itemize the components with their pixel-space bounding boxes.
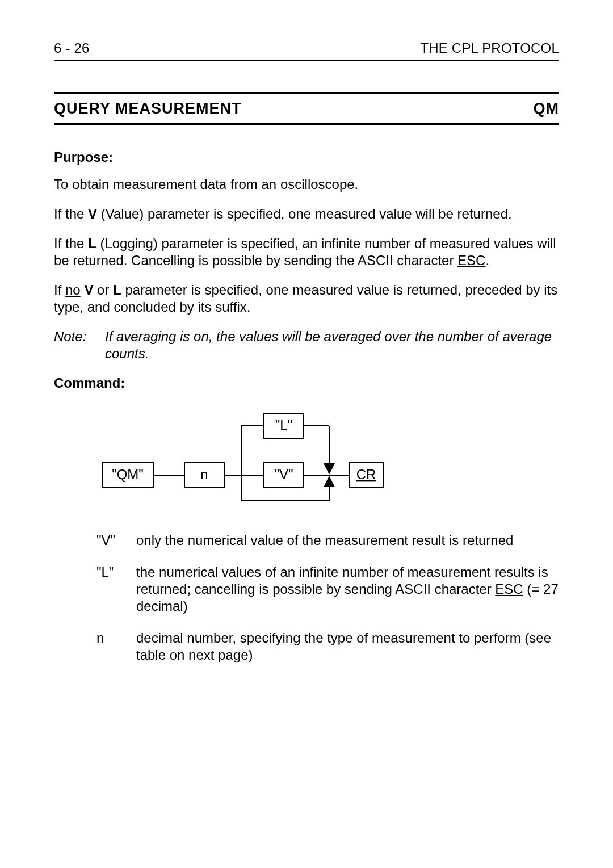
section-title: QUERY MEASUREMENT: [54, 99, 242, 119]
purpose-label: Purpose:: [54, 149, 559, 166]
svg-text:CR: CR: [356, 467, 376, 482]
chapter-title: THE CPL PROTOCOL: [420, 40, 559, 57]
def-key-n: n: [96, 630, 136, 664]
esc-underline: ESC: [457, 253, 485, 268]
page: 6 - 26 THE CPL PROTOCOL QUERY MEASUREMEN…: [0, 0, 613, 664]
text: If: [54, 282, 65, 297]
syntax-diagram: "QM" n "V" CR "L": [96, 403, 559, 509]
note-text: If averaging is on, the values will be a…: [105, 328, 559, 362]
purpose-paragraph-3: If the L (Logging) parameter is specifie…: [54, 235, 559, 269]
svg-text:n: n: [200, 467, 208, 482]
def-text-v: only the numerical value of the measurem…: [136, 532, 559, 549]
page-number: 6 - 26: [54, 40, 90, 57]
purpose-paragraph-1: To obtain measurement data from an oscil…: [54, 176, 559, 193]
def-key-l: "L": [96, 564, 136, 615]
def-v: "V" only the numerical value of the meas…: [96, 532, 559, 549]
def-l: "L" the numerical values of an infinite …: [96, 564, 559, 615]
svg-text:"V": "V": [274, 467, 293, 482]
syntax-diagram-svg: "QM" n "V" CR "L": [96, 403, 437, 505]
text: parameter is specified, one measured val…: [54, 282, 557, 315]
text: or: [93, 282, 113, 297]
def-n: n decimal number, specifying the type of…: [96, 630, 559, 664]
command-label: Command:: [54, 375, 559, 392]
page-header: 6 - 26 THE CPL PROTOCOL: [54, 40, 559, 61]
def-text-l: the numerical values of an infinite numb…: [136, 564, 559, 615]
text: .: [485, 253, 489, 268]
bold-v: V: [84, 282, 93, 297]
note-block: Note: If averaging is on, the values wil…: [54, 328, 559, 362]
section-title-row: QUERY MEASUREMENT QM: [54, 94, 559, 125]
bold-l: L: [88, 236, 96, 251]
def-key-v: "V": [96, 532, 136, 549]
bold-v: V: [88, 206, 97, 221]
no-underline: no: [65, 282, 81, 297]
text: If the: [54, 236, 88, 251]
esc-underline: ESC: [495, 581, 523, 597]
svg-text:"QM": "QM": [112, 467, 144, 482]
text: the numerical values of an infinite numb…: [136, 564, 548, 597]
note-label: Note:: [54, 328, 105, 362]
purpose-paragraph-4: If no V or L parameter is specified, one…: [54, 282, 559, 316]
purpose-paragraph-2: If the V (Value) parameter is specified,…: [54, 206, 559, 223]
parameter-definitions: "V" only the numerical value of the meas…: [96, 532, 559, 664]
section-code: QM: [534, 99, 560, 119]
text: (Value) parameter is specified, one meas…: [97, 206, 512, 221]
def-text-n: decimal number, specifying the type of m…: [136, 630, 559, 664]
text: If the: [54, 206, 88, 221]
bold-l: L: [113, 282, 121, 297]
svg-text:"L": "L": [275, 417, 292, 433]
